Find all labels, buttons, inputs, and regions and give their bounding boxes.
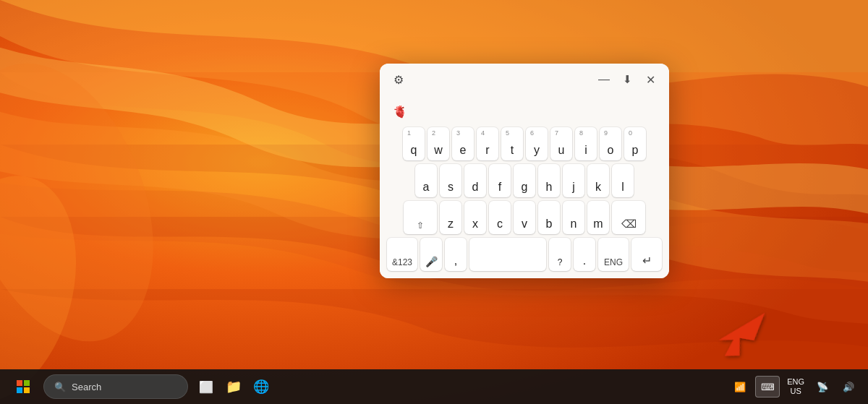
language-indicator[interactable]: ENG US (784, 376, 807, 397)
keyboard-row-1: 1q 2w 3e 4r 5t 6y 7u 8i 9o 0p (387, 127, 662, 160)
keyboard-row-4: &123 🎤 , ? . ENG ↵ (387, 238, 662, 271)
key-lang[interactable]: ENG (598, 238, 629, 271)
wifi-icon[interactable]: 📡 (812, 376, 833, 397)
taskbar-search-box[interactable]: 🔍 Search (43, 374, 188, 399)
touch-keyboard-tray-icon[interactable]: ⌨ (755, 376, 780, 397)
key-backspace[interactable]: ⌫ (612, 201, 645, 234)
taskbar: 🔍 Search ⬜ 📁 🌐 📶 ⌨ ENG US 📡 🔊 (0, 369, 868, 404)
search-icon: 🔍 (54, 382, 66, 392)
keyboard-close-button[interactable]: ✕ (640, 69, 660, 90)
key-o[interactable]: 9o (600, 127, 621, 160)
key-a[interactable]: a (415, 164, 437, 197)
key-comma[interactable]: , (445, 238, 467, 271)
key-j[interactable]: j (563, 164, 584, 197)
desktop: ⚙ — ⬇ ✕ 🫀 1q 2w 3e 4r 5t (0, 0, 868, 404)
taskbar-search-label: Search (72, 382, 101, 392)
key-d[interactable]: d (464, 164, 486, 197)
start-button[interactable] (9, 372, 38, 401)
key-l[interactable]: l (612, 164, 634, 197)
key-v[interactable]: v (514, 201, 535, 234)
svg-rect-7 (24, 387, 30, 393)
key-mic[interactable]: 🎤 (420, 238, 442, 271)
keyboard-dock-button[interactable]: ⬇ (617, 69, 637, 90)
key-question[interactable]: ? (549, 238, 571, 271)
key-q[interactable]: 1q (403, 127, 425, 160)
key-g[interactable]: g (514, 164, 535, 197)
edge-browser-button[interactable]: 🌐 (247, 373, 275, 400)
keyboard-minimize-button[interactable]: — (594, 69, 614, 90)
key-p[interactable]: 0p (624, 127, 646, 160)
key-y[interactable]: 6y (526, 127, 548, 160)
svg-rect-5 (24, 380, 30, 386)
key-enter[interactable]: ↵ (631, 238, 662, 271)
lang-bottom: US (790, 387, 801, 396)
keyboard-row-3: ⇧ z x c v b n m ⌫ (387, 201, 662, 234)
windows-logo-icon (17, 380, 30, 393)
key-i[interactable]: 8i (575, 127, 597, 160)
tray-network-icon[interactable]: 📶 (729, 376, 751, 397)
keyboard-row-2: a s d f g h j k l (387, 164, 662, 197)
key-t[interactable]: 5t (501, 127, 523, 160)
touch-keyboard-window: ⚙ — ⬇ ✕ 🫀 1q 2w 3e 4r 5t (380, 64, 669, 278)
key-f[interactable]: f (489, 164, 511, 197)
keyboard-window-controls: — ⬇ ✕ (594, 69, 660, 90)
key-x[interactable]: x (464, 201, 486, 234)
keyboard-body: 🫀 1q 2w 3e 4r 5t 6y 7u 8i 9o 0p (380, 95, 669, 278)
keyboard-title-left: ⚙ (388, 69, 409, 90)
key-s[interactable]: s (440, 164, 461, 197)
arrow-pointer (709, 303, 767, 361)
key-m[interactable]: m (587, 201, 609, 234)
keyboard-emoji-bar: 🫀 (387, 98, 662, 127)
system-tray: 📶 ⌨ ENG US 📡 🔊 (729, 369, 859, 404)
svg-rect-6 (17, 387, 22, 393)
key-u[interactable]: 7u (550, 127, 572, 160)
emoji-sticker-button[interactable]: 🫀 (388, 101, 412, 121)
key-h[interactable]: h (538, 164, 560, 197)
svg-rect-4 (17, 380, 22, 386)
key-space[interactable] (469, 238, 546, 271)
key-k[interactable]: k (587, 164, 609, 197)
key-z[interactable]: z (440, 201, 461, 234)
key-period[interactable]: . (574, 238, 595, 271)
keyboard-settings-button[interactable]: ⚙ (388, 69, 409, 90)
key-b[interactable]: b (538, 201, 560, 234)
svg-marker-3 (716, 306, 765, 361)
volume-icon[interactable]: 🔊 (838, 376, 859, 397)
key-fn[interactable]: &123 (387, 238, 417, 271)
lang-top: ENG (787, 377, 804, 387)
key-w[interactable]: 2w (427, 127, 449, 160)
key-n[interactable]: n (563, 201, 584, 234)
key-r[interactable]: 4r (477, 127, 498, 160)
taskview-button[interactable]: ⬜ (192, 373, 220, 400)
key-shift[interactable]: ⇧ (404, 201, 437, 234)
key-c[interactable]: c (489, 201, 511, 234)
key-e[interactable]: 3e (452, 127, 474, 160)
file-explorer-button[interactable]: 📁 (220, 373, 247, 400)
keyboard-titlebar: ⚙ — ⬇ ✕ (380, 64, 669, 95)
keyboard-key-rows: 1q 2w 3e 4r 5t 6y 7u 8i 9o 0p a s d f (387, 127, 662, 271)
